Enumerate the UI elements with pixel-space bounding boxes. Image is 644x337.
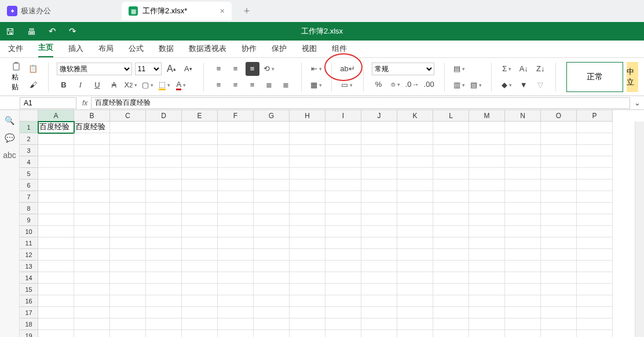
cell-L8[interactable] [433,203,469,214]
cell-B2[interactable] [74,133,110,145]
col-header-I[interactable]: I [325,110,361,122]
row-header-5[interactable]: 5 [20,168,38,180]
cell-N12[interactable] [505,249,541,261]
cell-P12[interactable] [577,249,613,261]
row-header-9[interactable]: 9 [20,214,38,226]
insert-cells-icon[interactable]: ▤ [452,62,466,76]
cell-A3[interactable] [38,145,74,156]
row-header-12[interactable]: 12 [20,249,38,261]
cell-N1[interactable] [505,122,541,133]
align-bottom-icon[interactable]: ≡ [246,62,259,76]
cell-F13[interactable] [218,261,254,272]
row-header-2[interactable]: 2 [20,133,38,145]
cell-F4[interactable] [218,156,254,168]
cell-H4[interactable] [290,156,325,168]
cell-P13[interactable] [577,261,613,272]
cell-N14[interactable] [505,272,541,284]
cell-M7[interactable] [469,191,505,203]
cell-B14[interactable] [74,272,110,284]
cell-K14[interactable] [397,272,433,284]
clear-icon[interactable]: ◆ [500,78,514,92]
cell-E4[interactable] [182,156,218,168]
cell-G18[interactable] [254,318,290,330]
cell-G13[interactable] [254,261,290,272]
cell-P4[interactable] [577,156,613,168]
cell-G8[interactable] [254,203,290,214]
cell-J1[interactable] [361,122,397,133]
undo-icon[interactable]: ↶ [49,26,56,36]
cell-B12[interactable] [74,249,110,261]
col-header-K[interactable]: K [397,110,433,122]
cell-E12[interactable] [182,249,218,261]
cell-I12[interactable] [325,249,361,261]
cell-F7[interactable] [218,191,254,203]
cell-A9[interactable] [38,214,74,226]
cell-H2[interactable] [290,133,325,145]
cell-J5[interactable] [361,168,397,180]
cell-C15[interactable] [110,284,146,295]
cell-G12[interactable] [254,249,290,261]
cell-F10[interactable] [218,226,254,237]
cell-B7[interactable] [74,191,110,203]
cell-C13[interactable] [110,261,146,272]
cell-C10[interactable] [110,226,146,237]
cell-P14[interactable] [577,272,613,284]
cell-O10[interactable] [541,226,577,237]
cell-M8[interactable] [469,203,505,214]
cell-H8[interactable] [290,203,325,214]
cell-P6[interactable] [577,180,613,191]
cell-A12[interactable] [38,249,74,261]
row-header-16[interactable]: 16 [20,295,38,307]
clear-filter-icon[interactable]: ▽ [533,78,547,92]
indent-decrease-icon[interactable]: ⇤ [309,62,323,76]
cell-I2[interactable] [325,133,361,145]
row-header-1[interactable]: 1 [20,122,38,133]
cell-L5[interactable] [433,168,469,180]
row-header-10[interactable]: 10 [20,226,38,237]
cell-E11[interactable] [182,237,218,249]
cell-C11[interactable] [110,237,146,249]
row-header-8[interactable]: 8 [20,203,38,214]
cell-O13[interactable] [541,261,577,272]
cell-E15[interactable] [182,284,218,295]
cell-O6[interactable] [541,180,577,191]
close-icon[interactable]: × [220,6,225,16]
cell-B6[interactable] [74,180,110,191]
col-header-P[interactable]: P [577,110,613,122]
cell-H17[interactable] [290,307,325,318]
cell-L17[interactable] [433,307,469,318]
cell-C9[interactable] [110,214,146,226]
menu-主页[interactable]: 主页 [38,42,53,57]
cell-O5[interactable] [541,168,577,180]
cell-O17[interactable] [541,307,577,318]
cell-P7[interactable] [577,191,613,203]
cell-H6[interactable] [290,180,325,191]
cell-J11[interactable] [361,237,397,249]
cell-K7[interactable] [397,191,433,203]
cell-N9[interactable] [505,214,541,226]
cell-F3[interactable] [218,145,254,156]
cell-C16[interactable] [110,295,146,307]
cell-I4[interactable] [325,156,361,168]
cell-L18[interactable] [433,318,469,330]
formula-expand-icon[interactable]: ⌄ [630,96,644,110]
cell-D7[interactable] [146,191,182,203]
cell-F12[interactable] [218,249,254,261]
cell-E14[interactable] [182,272,218,284]
copy-icon[interactable]: 📋 [26,62,40,76]
cell-A16[interactable] [38,295,74,307]
cell-G16[interactable] [254,295,290,307]
cell-A1[interactable]: 百度经验 [38,122,74,133]
border-button[interactable]: ▢ [141,78,155,92]
row-header-13[interactable]: 13 [20,261,38,272]
cell-N17[interactable] [505,307,541,318]
cell-H16[interactable] [290,295,325,307]
cell-C3[interactable] [110,145,146,156]
cell-O15[interactable] [541,284,577,295]
cell-L2[interactable] [433,133,469,145]
cell-D18[interactable] [146,318,182,330]
cell-F11[interactable] [218,237,254,249]
cell-O11[interactable] [541,237,577,249]
cell-K6[interactable] [397,180,433,191]
menu-文件[interactable]: 文件 [8,43,23,57]
